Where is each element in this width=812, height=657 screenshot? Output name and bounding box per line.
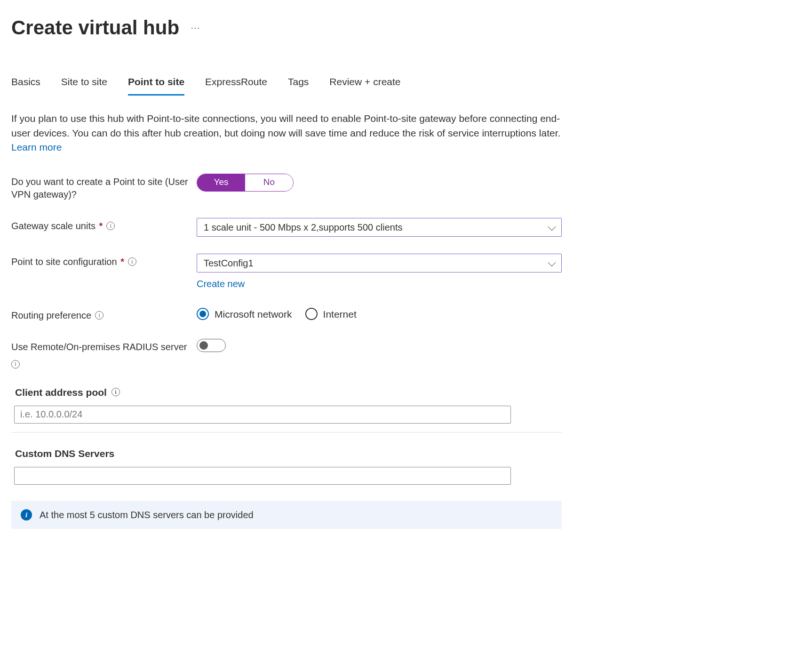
routing-pref-internet-label: Internet xyxy=(323,307,357,321)
intro-body: If you plan to use this hub with Point-t… xyxy=(11,113,560,138)
create-new-link[interactable]: Create new xyxy=(197,279,245,289)
info-banner-text: At the most 5 custom DNS servers can be … xyxy=(40,508,254,521)
tab-basics[interactable]: Basics xyxy=(11,75,40,96)
routing-pref-ms-label: Microsoft network xyxy=(215,307,292,321)
tab-point-to-site[interactable]: Point to site xyxy=(128,75,184,96)
info-icon[interactable]: i xyxy=(95,311,103,320)
switch-knob xyxy=(199,341,208,350)
more-actions-icon[interactable]: ⋯ xyxy=(191,21,201,34)
create-p2s-yes[interactable]: Yes xyxy=(197,174,245,191)
info-icon[interactable]: i xyxy=(11,360,20,369)
tab-expressroute[interactable]: ExpressRoute xyxy=(205,75,267,96)
chevron-down-icon xyxy=(548,223,556,231)
p2s-config-dropdown[interactable]: TestConfig1 xyxy=(197,254,562,272)
remote-radius-switch[interactable] xyxy=(197,339,226,352)
page-title: Create virtual hub xyxy=(11,14,179,42)
info-icon[interactable]: i xyxy=(111,388,120,396)
divider xyxy=(11,432,562,433)
create-p2s-label: Do you want to create a Point to site (U… xyxy=(11,176,197,201)
scale-units-value: 1 scale unit - 500 Mbps x 2,supports 500… xyxy=(204,221,402,234)
tab-site-to-site[interactable]: Site to site xyxy=(61,75,107,96)
p2s-config-label: Point to site configuration * xyxy=(11,256,124,268)
scale-units-label: Gateway scale units * xyxy=(11,220,103,232)
custom-dns-heading: Custom DNS Servers xyxy=(15,447,114,460)
client-pool-heading: Client address pool xyxy=(15,385,107,399)
tab-bar: Basics Site to site Point to site Expres… xyxy=(11,75,801,96)
info-icon[interactable]: i xyxy=(128,257,136,266)
create-p2s-no[interactable]: No xyxy=(245,174,293,191)
routing-pref-label: Routing preference xyxy=(11,309,91,322)
routing-pref-ms-radio[interactable]: Microsoft network xyxy=(197,307,292,321)
info-icon[interactable]: i xyxy=(106,222,115,230)
learn-more-link[interactable]: Learn more xyxy=(11,142,62,152)
info-icon: i xyxy=(21,509,32,521)
intro-text: If you plan to use this hub with Point-t… xyxy=(11,112,562,154)
info-banner: i At the most 5 custom DNS servers can b… xyxy=(11,501,562,529)
tab-review-create[interactable]: Review + create xyxy=(329,75,400,96)
client-pool-input[interactable] xyxy=(14,406,511,424)
create-p2s-toggle[interactable]: Yes No xyxy=(197,174,294,192)
scale-units-dropdown[interactable]: 1 scale unit - 500 Mbps x 2,supports 500… xyxy=(197,218,562,237)
tab-tags[interactable]: Tags xyxy=(288,75,309,96)
routing-pref-internet-radio[interactable]: Internet xyxy=(305,307,357,321)
p2s-config-value: TestConfig1 xyxy=(204,256,254,270)
remote-radius-label: Use Remote/On-premises RADIUS server xyxy=(11,341,187,353)
custom-dns-input[interactable] xyxy=(14,467,511,485)
chevron-down-icon xyxy=(548,258,556,266)
